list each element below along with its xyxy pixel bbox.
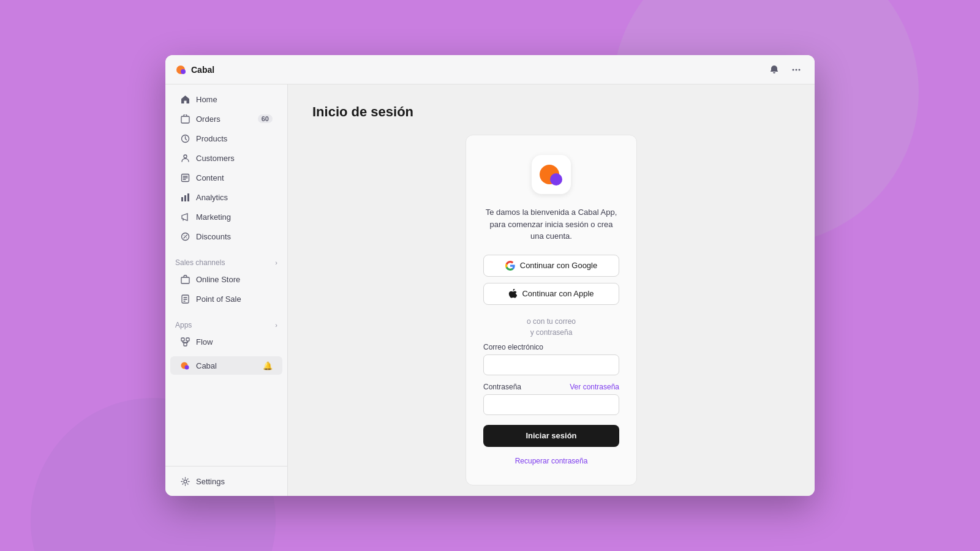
sidebar-item-customers[interactable]: Customers <box>170 149 282 167</box>
cabal-sidebar-icon <box>180 361 190 370</box>
app-header: Cabal <box>165 55 815 84</box>
sidebar-item-online-store[interactable]: Online Store <box>170 270 282 288</box>
sidebar-item-orders[interactable]: Orders 60 <box>170 110 282 128</box>
sidebar-label-cabal: Cabal <box>196 361 217 370</box>
sidebar-item-content[interactable]: Content <box>170 168 282 187</box>
apps-arrow-icon: › <box>275 321 277 329</box>
divider-line2: y contraseña <box>530 328 573 337</box>
welcome-text: Te damos la bienvenida a Cabal App, para… <box>483 206 619 242</box>
sidebar-item-home[interactable]: Home <box>170 90 282 108</box>
notification-button[interactable] <box>766 61 783 78</box>
login-submit-button[interactable]: Iniciar sesión <box>483 425 619 447</box>
password-label-text: Contraseña <box>483 383 521 391</box>
bell-icon <box>769 65 779 75</box>
more-options-button[interactable] <box>788 61 805 78</box>
online-store-icon <box>180 274 190 284</box>
svg-point-19 <box>185 365 189 370</box>
show-password-link[interactable]: Ver contraseña <box>570 383 619 391</box>
header-actions <box>766 61 805 78</box>
sidebar-item-point-of-sale[interactable]: Point of Sale <box>170 290 282 308</box>
divider: o con tu correo y contraseña <box>483 316 619 338</box>
app-window: Cabal <box>165 55 815 496</box>
svg-point-3 <box>796 69 797 70</box>
svg-rect-10 <box>184 195 186 201</box>
email-input[interactable] <box>483 354 619 375</box>
svg-rect-9 <box>181 197 183 201</box>
sales-channels-section[interactable]: Sales channels › <box>165 256 287 269</box>
sidebar-label-flow: Flow <box>196 337 213 347</box>
email-label-text: Correo electrónico <box>483 343 543 351</box>
apple-login-button[interactable]: Continuar con Apple <box>483 283 619 305</box>
products-icon <box>180 133 190 143</box>
sidebar-item-settings[interactable]: Settings <box>170 472 282 490</box>
sidebar-item-discounts[interactable]: Discounts <box>170 227 282 246</box>
svg-rect-17 <box>184 343 187 346</box>
svg-point-4 <box>799 69 801 70</box>
email-group: Correo electrónico <box>483 343 619 375</box>
apple-btn-label: Continuar con Apple <box>522 289 594 298</box>
welcome-line1: Te damos la bienvenida a Cabal App, <box>486 208 617 217</box>
orders-icon <box>180 114 190 124</box>
apps-label: Apps <box>175 321 192 329</box>
more-icon <box>791 65 801 75</box>
cabal-bell-icon: 🔔 <box>263 361 273 370</box>
settings-icon <box>180 476 190 486</box>
app-body: Home Orders 60 Products Customers <box>165 84 815 496</box>
sidebar-item-flow[interactable]: Flow <box>170 332 282 351</box>
svg-rect-16 <box>186 338 189 341</box>
sales-channels-arrow-icon: › <box>275 259 277 266</box>
apps-section[interactable]: Apps › <box>165 318 287 332</box>
svg-rect-13 <box>181 277 189 283</box>
header-brand: Cabal <box>175 64 214 76</box>
pos-icon <box>180 294 190 304</box>
main-content: Inicio de sesión Te damos la bienvenida … <box>288 84 815 496</box>
sidebar-label-online-store: Online Store <box>196 275 240 284</box>
sidebar-label-content: Content <box>196 173 224 182</box>
svg-point-2 <box>793 69 794 70</box>
svg-rect-11 <box>187 193 189 201</box>
cabal-logo-header-icon <box>175 64 187 76</box>
svg-point-1 <box>181 69 186 74</box>
svg-rect-15 <box>181 338 184 341</box>
sidebar-label-products: Products <box>196 134 227 143</box>
google-login-button[interactable]: Continuar con Google <box>483 255 619 277</box>
recover-password-link[interactable]: Recuperar contraseña <box>515 457 588 465</box>
sidebar-label-orders: Orders <box>196 114 221 124</box>
marketing-icon <box>180 212 190 222</box>
orders-badge: 60 <box>258 114 273 123</box>
apple-icon <box>508 289 517 299</box>
discounts-icon <box>180 231 190 241</box>
sidebar-label-customers: Customers <box>196 154 235 163</box>
cabal-logo-icon <box>538 161 565 188</box>
content-icon <box>180 173 190 182</box>
google-icon <box>505 261 515 271</box>
divider-line1: o con tu correo <box>527 317 576 326</box>
sales-channels-label: Sales channels <box>175 258 225 267</box>
password-label-row: Contraseña Ver contraseña <box>483 383 619 391</box>
sidebar-label-analytics: Analytics <box>196 193 228 202</box>
sidebar-label-marketing: Marketing <box>196 212 231 222</box>
sidebar-label-discounts: Discounts <box>196 232 231 241</box>
sidebar: Home Orders 60 Products Customers <box>165 84 288 496</box>
login-card: Te damos la bienvenida a Cabal App, para… <box>466 135 637 485</box>
sidebar-label-pos: Point of Sale <box>196 294 241 304</box>
flow-icon <box>180 337 190 347</box>
analytics-icon <box>180 192 190 202</box>
header-title: Cabal <box>191 65 214 75</box>
sidebar-item-marketing[interactable]: Marketing <box>170 208 282 226</box>
sidebar-item-products[interactable]: Products <box>170 129 282 148</box>
sidebar-item-analytics[interactable]: Analytics <box>170 188 282 206</box>
sidebar-label-settings: Settings <box>196 477 225 486</box>
sidebar-label-home: Home <box>196 95 217 104</box>
google-btn-label: Continuar con Google <box>520 261 597 270</box>
welcome-line2: para comenzar inicia sesión o crea una c… <box>490 220 613 241</box>
svg-point-7 <box>184 155 187 158</box>
home-icon <box>180 94 190 104</box>
svg-point-22 <box>550 173 562 186</box>
cabal-logo-large <box>532 155 571 194</box>
svg-point-20 <box>184 480 187 483</box>
email-label: Correo electrónico <box>483 343 619 351</box>
sidebar-item-cabal[interactable]: Cabal 🔔 <box>170 356 282 375</box>
password-input[interactable] <box>483 394 619 415</box>
password-group: Contraseña Ver contraseña <box>483 383 619 415</box>
